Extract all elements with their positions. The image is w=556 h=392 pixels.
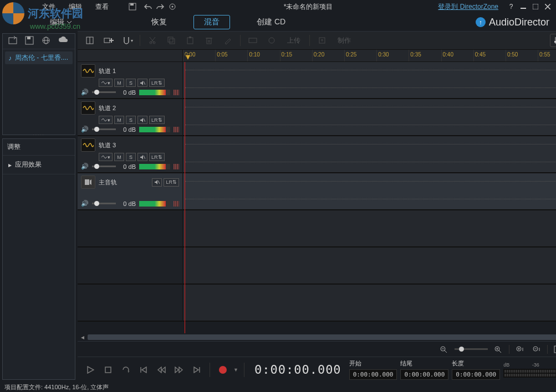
automation-dropdown-icon[interactable]: ▾ bbox=[99, 116, 113, 124]
project-title: *未命名的新项目 bbox=[277, 2, 340, 12]
length-value[interactable]: 0:00:00.000 bbox=[452, 369, 500, 380]
add-track-icon[interactable] bbox=[100, 33, 118, 48]
start-value[interactable]: 0:00:00.000 bbox=[349, 369, 397, 380]
db-value: 0 dB bbox=[119, 126, 136, 133]
clip-tool-icon[interactable] bbox=[244, 33, 262, 48]
paste-icon[interactable] bbox=[181, 33, 199, 48]
solo-button[interactable]: S bbox=[126, 79, 136, 87]
track-3-lane[interactable] bbox=[183, 136, 556, 172]
mute-button[interactable]: M bbox=[114, 79, 124, 87]
solo-button[interactable]: S bbox=[126, 116, 136, 124]
track-name[interactable]: 轨道 2 bbox=[99, 104, 116, 112]
snap-icon[interactable]: ▾ bbox=[119, 33, 136, 48]
monitor-icon[interactable] bbox=[152, 178, 162, 187]
zoom-bar bbox=[78, 341, 556, 357]
menu-view[interactable]: 查看 bbox=[89, 1, 115, 13]
next-button[interactable] bbox=[190, 363, 204, 377]
record-dropdown-icon[interactable]: ▼ bbox=[233, 367, 238, 373]
automation-dropdown-icon[interactable]: ▾ bbox=[99, 153, 113, 161]
automation-dropdown-icon[interactable]: ▾ bbox=[99, 79, 113, 87]
library-toolbar bbox=[3, 34, 75, 49]
track-1-lane[interactable] bbox=[183, 62, 556, 98]
stop-button[interactable] bbox=[101, 363, 115, 377]
zoom-in-h-icon[interactable] bbox=[492, 344, 504, 355]
monitor-icon[interactable] bbox=[137, 79, 147, 87]
brush-icon[interactable] bbox=[219, 33, 237, 48]
volume-slider[interactable] bbox=[92, 128, 116, 130]
prev-button[interactable] bbox=[136, 363, 151, 377]
save-lib-icon[interactable] bbox=[25, 36, 36, 47]
help-button[interactable]: ? bbox=[505, 2, 517, 12]
import-icon[interactable] bbox=[8, 36, 19, 47]
record-button[interactable] bbox=[216, 363, 230, 377]
lr-button[interactable]: LR⇅ bbox=[164, 178, 179, 187]
scroll-left-icon[interactable]: ◂ bbox=[79, 334, 86, 341]
lr-button[interactable]: LR⇅ bbox=[149, 153, 165, 161]
undo-icon[interactable] bbox=[142, 1, 154, 13]
maximize-button[interactable] bbox=[529, 2, 542, 12]
scrollbar-thumb[interactable] bbox=[88, 334, 556, 340]
ruler-scale[interactable]: 0:00 0:05 0:10 0:15 0:20 0:25 0:30 0:35 … bbox=[183, 50, 556, 61]
rewind-button[interactable] bbox=[154, 363, 169, 377]
ruler-tick: 0:40 bbox=[441, 50, 473, 61]
copy-icon[interactable] bbox=[162, 33, 180, 48]
zoom-out-h-icon[interactable] bbox=[438, 344, 450, 355]
monitor-icon[interactable] bbox=[137, 153, 147, 161]
track-name[interactable]: 主音轨 bbox=[99, 178, 117, 187]
globe-icon[interactable] bbox=[42, 36, 53, 47]
zoom-v-out-icon[interactable] bbox=[531, 344, 543, 355]
playhead-line[interactable] bbox=[185, 62, 185, 333]
volume-slider[interactable] bbox=[92, 166, 116, 167]
settings-icon[interactable] bbox=[166, 1, 178, 13]
ruler-tick: 0:55 bbox=[538, 50, 556, 61]
mixer-button[interactable] bbox=[550, 34, 556, 47]
lr-button[interactable]: LR⇅ bbox=[149, 79, 165, 87]
mute-button[interactable]: M bbox=[114, 116, 124, 124]
save-icon[interactable] bbox=[126, 1, 139, 13]
panel-splitter[interactable]: ····· bbox=[3, 132, 75, 135]
directorzone-link[interactable]: 登录到 DirectorZone bbox=[438, 2, 498, 12]
export-icon[interactable] bbox=[313, 33, 331, 48]
volume-slider[interactable] bbox=[92, 91, 116, 93]
track-name[interactable]: 轨道 1 bbox=[99, 67, 116, 75]
zoom-h-slider[interactable] bbox=[455, 348, 488, 350]
select-tool-icon[interactable] bbox=[81, 33, 99, 48]
tab-create-cd[interactable]: 创建 CD bbox=[247, 16, 295, 29]
upload-button[interactable]: 上传 bbox=[282, 33, 306, 48]
menu-edit[interactable]: 编辑 bbox=[62, 1, 89, 13]
track-master-lane[interactable] bbox=[183, 173, 556, 209]
produce-button[interactable]: 制作 bbox=[332, 33, 356, 48]
end-value[interactable]: 0:00:00.000 bbox=[400, 369, 448, 380]
file-item[interactable]: ♪ 周杰伦 - 七里香.... bbox=[5, 51, 73, 64]
solo-button[interactable]: S bbox=[126, 153, 136, 161]
tab-restore[interactable]: 恢复 bbox=[141, 16, 177, 29]
track-2-lane[interactable] bbox=[183, 99, 556, 135]
delete-icon[interactable] bbox=[200, 33, 218, 48]
empty-track bbox=[78, 285, 556, 322]
menu-file[interactable]: 文件 bbox=[35, 1, 62, 13]
mute-button[interactable]: M bbox=[114, 153, 124, 161]
loop-button[interactable] bbox=[119, 363, 133, 377]
cloud-icon[interactable] bbox=[58, 36, 69, 47]
svg-rect-1 bbox=[130, 3, 134, 6]
play-button[interactable] bbox=[83, 363, 98, 377]
close-button[interactable] bbox=[542, 2, 554, 12]
horizontal-scrollbar[interactable]: ◂ ▸ bbox=[78, 333, 556, 341]
forward-button[interactable] bbox=[172, 363, 186, 377]
zoom-fit-icon[interactable] bbox=[552, 344, 556, 355]
redo-icon[interactable] bbox=[154, 1, 166, 13]
monitor-icon[interactable] bbox=[137, 116, 147, 124]
playhead-marker-icon[interactable] bbox=[185, 54, 191, 61]
svg-line-45 bbox=[499, 350, 501, 353]
minimize-button[interactable] bbox=[517, 2, 529, 12]
volume-slider[interactable] bbox=[92, 203, 116, 204]
tab-mix[interactable]: 混音 bbox=[193, 15, 230, 29]
mode-row: 编辑 恢复 混音 创建 CD ↑ AudioDirector bbox=[0, 13, 556, 31]
effects-icon[interactable] bbox=[263, 33, 280, 48]
db-36: -36 bbox=[532, 362, 539, 368]
apply-effect-row[interactable]: ▸ 应用效果 bbox=[3, 156, 75, 174]
zoom-v-in-icon[interactable] bbox=[514, 344, 526, 355]
lr-button[interactable]: LR⇅ bbox=[149, 116, 165, 124]
cut-icon[interactable] bbox=[144, 33, 161, 48]
track-name[interactable]: 轨道 3 bbox=[99, 141, 116, 149]
